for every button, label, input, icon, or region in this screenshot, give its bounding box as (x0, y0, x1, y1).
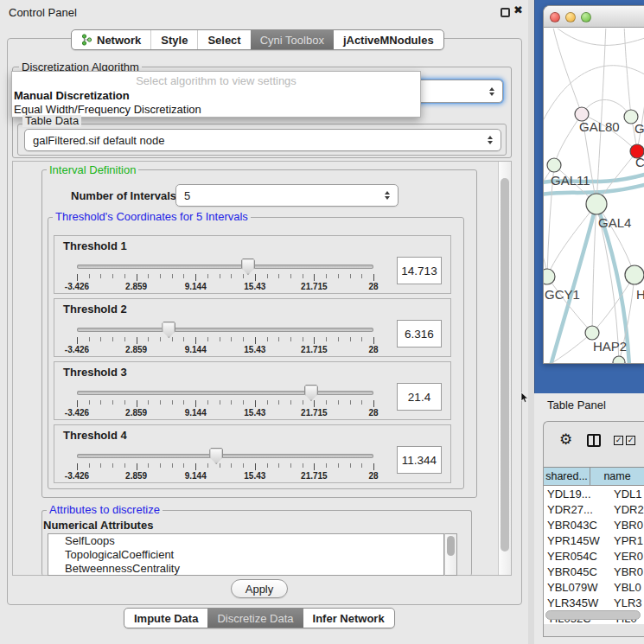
tab-label: Discretize Data (217, 612, 293, 625)
slider-tick (338, 400, 339, 405)
table-hscrollbar-thumb[interactable] (545, 610, 641, 620)
slider-tick (243, 400, 244, 405)
traffic-light-zoom[interactable] (581, 12, 591, 22)
traffic-light-close[interactable] (550, 12, 560, 22)
table-row[interactable]: YDL19...YDL1 (544, 486, 644, 501)
slider-track[interactable] (77, 328, 373, 332)
tab-label: Infer Network (313, 612, 385, 625)
dropdown-option[interactable]: Manual Discretization (14, 89, 130, 102)
slider-tick (350, 337, 351, 341)
attribute-list-item[interactable]: BetweennessCentrality (48, 562, 443, 576)
slider-thumb[interactable] (209, 448, 223, 464)
number-of-intervals-value: 5 (176, 189, 381, 202)
threshold-value-field[interactable]: 14.713 (397, 257, 442, 284)
slider-tick (231, 337, 232, 341)
table-data-combobox[interactable]: galFiltered.sif default node (24, 129, 501, 151)
slider-tick (220, 400, 220, 405)
slider-track[interactable] (77, 265, 373, 269)
column-header-name[interactable]: name (590, 468, 644, 485)
slider-track[interactable] (77, 454, 373, 458)
slider-track[interactable] (77, 391, 373, 395)
network-node-gal11[interactable] (547, 158, 561, 172)
attribute-list-item[interactable]: TopologicalCoefficient (48, 548, 443, 562)
tick-label: 15.43 (234, 345, 276, 354)
slider-tick (326, 463, 327, 468)
table-row[interactable]: YLR345WYLR3 (544, 595, 644, 610)
table-row[interactable]: YBR043CYBR0 (544, 517, 644, 532)
slider-tick (207, 337, 208, 341)
tick-label: 9.144 (175, 471, 216, 481)
network-node-hap2[interactable] (585, 326, 599, 340)
columns-icon[interactable] (587, 434, 601, 447)
checkbox-icon[interactable]: ✓ (614, 436, 623, 445)
apply-button[interactable]: Apply (231, 579, 288, 598)
slider-tick (290, 337, 291, 341)
slider-tick (77, 463, 78, 470)
network-window-titlebar[interactable] (544, 6, 644, 28)
number-of-intervals-combobox[interactable]: 5 (175, 184, 399, 207)
slider-tick (373, 274, 374, 281)
tick-label: 21.715 (293, 471, 335, 481)
numerical-attributes-label: Numerical Attributes (43, 519, 153, 532)
tab-jactivemnodules[interactable]: jActiveMNodules (334, 30, 443, 49)
slider-tick (278, 337, 279, 341)
settings-scrollbar-thumb[interactable] (501, 178, 509, 552)
table-cell-shared-name: YDR27... (544, 503, 611, 516)
close-icon[interactable]: ✖ (513, 3, 523, 16)
threshold-value-field[interactable]: 21.4 (397, 383, 442, 411)
slider-tick (124, 463, 125, 468)
column-header-shared[interactable]: shared... (544, 468, 590, 485)
tab-discretize-data[interactable]: Discretize Data (207, 609, 303, 628)
slider-thumb[interactable] (304, 385, 318, 401)
table-row[interactable]: YBR045CYBR0 (544, 564, 644, 579)
slider-tick (220, 274, 220, 278)
slider-tick (124, 400, 125, 405)
gear-icon[interactable]: ⚙ (559, 432, 572, 447)
tick-label: -3.426 (56, 471, 98, 481)
tab-network[interactable]: Network (72, 30, 150, 49)
table-row[interactable]: YPR145WYPR1 (544, 532, 644, 548)
network-icon (81, 34, 92, 46)
float-window-icon[interactable] (501, 8, 510, 17)
slider-tick (350, 274, 351, 278)
network-node-gal4[interactable] (586, 194, 607, 214)
slider-tick (303, 400, 303, 405)
mouse-cursor (520, 392, 529, 403)
slider-tick (314, 400, 315, 407)
network-node-label: H (636, 287, 644, 302)
network-node-gcy1[interactable] (544, 269, 555, 284)
network-node-h[interactable] (625, 265, 644, 284)
tick-label: 15.43 (234, 471, 276, 481)
slider-tick (267, 400, 268, 405)
table-cell-name: YBR0 (611, 565, 644, 578)
network-canvas[interactable]: GAL80GACGAL11GAL4GCY1HHAP2 (544, 29, 644, 364)
threshold-value-field[interactable]: 6.316 (397, 320, 442, 348)
tab-style[interactable]: Style (150, 30, 197, 49)
network-node[interactable] (613, 356, 625, 364)
traffic-light-minimize[interactable] (565, 12, 576, 22)
attributes-scrollbar-thumb[interactable] (447, 536, 455, 556)
slider-tick (326, 400, 327, 405)
slider-tick (112, 400, 113, 405)
tab-cyni-toolbox[interactable]: Cyni Toolbox (251, 30, 334, 49)
slider-tick (195, 463, 196, 470)
table-row[interactable]: YER054CYER0 (544, 548, 644, 564)
threshold-row: Threshold 2-3.4262.8599.14415.4321.71528… (54, 298, 451, 357)
slider-thumb[interactable] (162, 322, 175, 338)
slider-tick (231, 400, 232, 405)
slider-tick (314, 337, 315, 344)
threshold-row: Threshold 3-3.4262.8599.14415.4321.71528… (54, 361, 451, 420)
threshold-value-field[interactable]: 11.344 (397, 446, 442, 474)
slider-tick (290, 400, 291, 405)
slider-tick (89, 400, 90, 405)
numerical-attributes-list[interactable]: SelfLoopsTopologicalCoefficientBetweenne… (48, 533, 444, 576)
table-row[interactable]: YDR27...YDR2 (544, 501, 644, 517)
table-row[interactable]: YBL079WYBL0 (544, 579, 644, 595)
tab-select[interactable]: Select (197, 30, 250, 49)
tab-infer-network[interactable]: Infer Network (303, 609, 394, 628)
network-node-label: GA (634, 121, 644, 136)
checkbox-icon[interactable]: ✓ (626, 436, 635, 445)
slider-thumb[interactable] (241, 258, 255, 275)
attribute-list-item[interactable]: SelfLoops (48, 534, 443, 548)
tab-impute-data[interactable]: Impute Data (124, 609, 207, 628)
